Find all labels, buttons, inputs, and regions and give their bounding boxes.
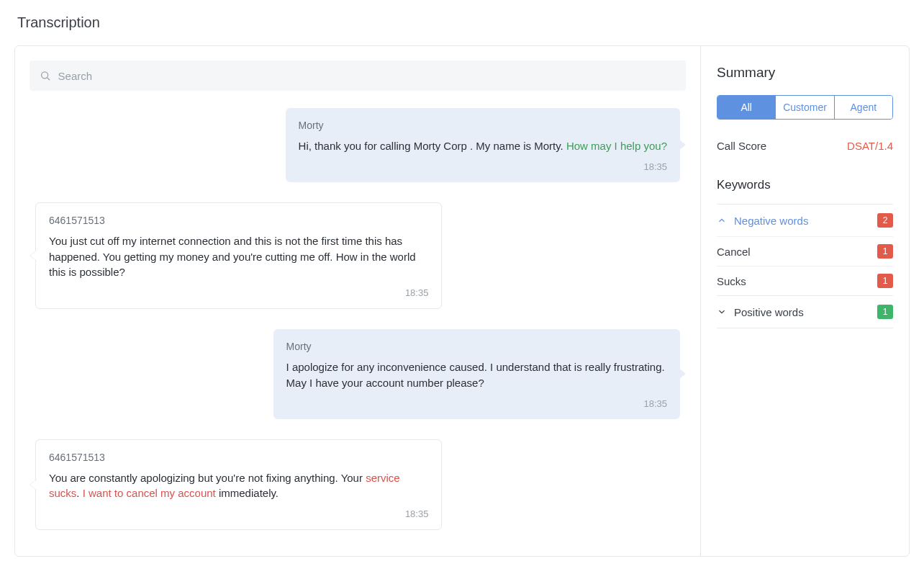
keyword-word: Sucks <box>717 275 746 287</box>
keyword-groups: Negative words2Cancel1Sucks1Positive wor… <box>717 204 893 328</box>
tab-customer[interactable]: Customer <box>775 96 833 119</box>
customer-bubble: 6461571513You just cut off my internet c… <box>35 202 442 309</box>
speaker-name: Morty <box>299 120 667 131</box>
keyword-group-header[interactable]: Negative words2 <box>717 205 893 236</box>
keyword-group-header[interactable]: Positive words1 <box>717 296 893 328</box>
keyword-group-name: Positive words <box>734 306 870 318</box>
agent-bubble: MortyHi, thank you for calling Morty Cor… <box>286 108 680 182</box>
positive-highlight: How may I help you? <box>566 140 667 152</box>
message-time: 18:35 <box>49 508 428 519</box>
text-segment: immediately. <box>216 487 278 499</box>
message-row: MortyHi, thank you for calling Morty Cor… <box>30 108 686 182</box>
search-icon <box>40 70 51 81</box>
keyword-group: Negative words2Cancel1Sucks1 <box>717 204 893 295</box>
keyword-item[interactable]: Cancel1 <box>717 237 893 266</box>
message-list: MortyHi, thank you for calling Morty Cor… <box>30 108 686 530</box>
text-segment: You are constantly apologizing but you'r… <box>49 472 366 484</box>
keyword-item-count: 1 <box>877 274 893 288</box>
message-text: You just cut off my internet connection … <box>49 233 428 280</box>
text-segment: I apologize for any inconvenience caused… <box>286 361 665 389</box>
transcript-column: MortyHi, thank you for calling Morty Cor… <box>15 46 700 556</box>
tab-all[interactable]: All <box>717 96 775 119</box>
speaker-name: Morty <box>286 341 667 352</box>
message-time: 18:35 <box>299 161 667 172</box>
speaker-name: 6461571513 <box>49 215 428 226</box>
keyword-item[interactable]: Sucks1 <box>717 266 893 295</box>
text-segment: . <box>76 487 82 499</box>
tab-agent[interactable]: Agent <box>834 96 892 119</box>
customer-bubble: 6461571513You are constantly apologizing… <box>35 439 442 531</box>
speaker-name: 6461571513 <box>49 452 428 463</box>
page-title: Transcription <box>17 14 910 31</box>
message-text: Hi, thank you for calling Morty Corp . M… <box>299 138 667 154</box>
svg-line-1 <box>47 78 50 80</box>
search-input[interactable] <box>58 70 676 82</box>
search-box[interactable] <box>30 60 686 91</box>
chevron-up-icon <box>717 215 727 225</box>
chevron-down-icon <box>717 307 727 317</box>
keywords-title: Keywords <box>717 178 893 192</box>
keyword-count-badge: 1 <box>877 305 893 319</box>
keyword-group: Positive words1 <box>717 295 893 328</box>
message-row: 6461571513You are constantly apologizing… <box>30 439 686 531</box>
message-row: MortyI apologize for any inconvenience c… <box>30 329 686 419</box>
keyword-word: Cancel <box>717 246 751 258</box>
call-score-value: DSAT/1.4 <box>847 140 893 152</box>
negative-highlight: I want to cancel my account <box>83 487 216 499</box>
summary-title: Summary <box>717 65 893 81</box>
keyword-items: Cancel1Sucks1 <box>717 236 893 295</box>
message-text: I apologize for any inconvenience caused… <box>286 359 667 391</box>
call-score-label: Call Score <box>717 140 766 152</box>
message-text: You are constantly apologizing but you'r… <box>49 470 428 502</box>
keyword-group-name: Negative words <box>734 215 870 227</box>
keyword-count-badge: 2 <box>877 213 893 228</box>
message-row: 6461571513You just cut off my internet c… <box>30 202 686 309</box>
message-time: 18:35 <box>49 287 428 298</box>
keyword-item-count: 1 <box>877 244 893 259</box>
summary-tabs: AllCustomerAgent <box>717 95 893 120</box>
message-time: 18:35 <box>286 398 667 409</box>
text-segment: Hi, thank you for calling Morty Corp . M… <box>299 140 566 152</box>
summary-column: Summary AllCustomerAgent Call Score DSAT… <box>700 46 909 556</box>
text-segment: You just cut off my internet connection … <box>49 235 416 279</box>
call-score-row: Call Score DSAT/1.4 <box>717 140 893 152</box>
transcription-panel: MortyHi, thank you for calling Morty Cor… <box>14 45 910 557</box>
agent-bubble: MortyI apologize for any inconvenience c… <box>273 329 680 419</box>
